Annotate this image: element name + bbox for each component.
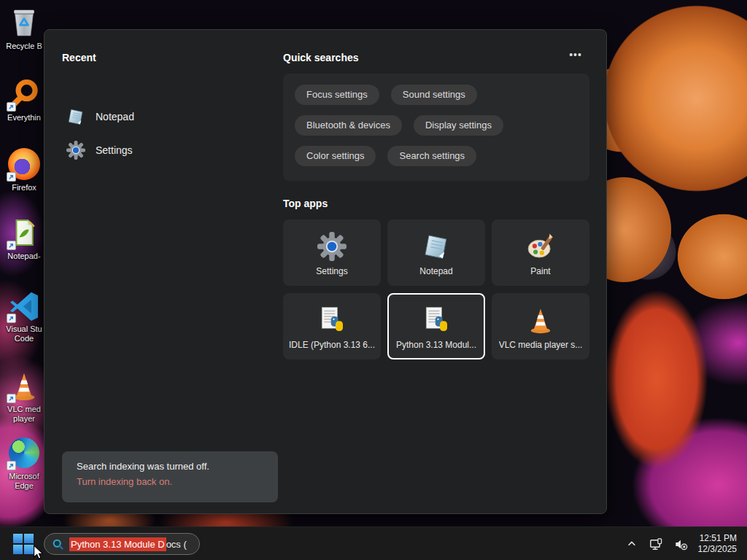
quick-searches-card: Focus settings Sound settings Bluetooth … — [283, 74, 589, 181]
top-apps-title: Top apps — [283, 198, 328, 209]
recent-item-settings[interactable]: Settings — [62, 138, 252, 163]
quick-search-pill[interactable]: Search settings — [387, 146, 476, 166]
shortcut-arrow-icon — [7, 102, 16, 112]
top-app-tile-paint[interactable]: Paint — [492, 219, 589, 286]
recent-item-label: Settings — [96, 144, 133, 156]
start-button[interactable] — [12, 533, 34, 555]
clock-date: 12/3/2025 — [698, 544, 737, 555]
paint-palette-icon — [526, 232, 555, 261]
indexing-notice-text: Search indexing was turned off. — [77, 461, 263, 472]
top-app-label: Paint — [530, 266, 550, 276]
search-flyout-panel: Recent Notepad Settings Quick searches •… — [44, 29, 607, 514]
desktop-icon-label: Firefox — [1, 183, 47, 192]
desktop-icon-label: Recycle B — [1, 42, 47, 51]
microsoft-edge-icon — [7, 436, 41, 470]
windows-logo-icon — [13, 534, 23, 543]
top-app-label: Python 3.13 Modul... — [396, 340, 476, 350]
desktop-icon-microsoft-edge[interactable]: Microsof Edge — [1, 436, 47, 491]
desktop-icon-everything[interactable]: Everythin — [1, 77, 47, 122]
firefox-icon — [7, 147, 41, 181]
recent-section-title: Recent — [62, 52, 96, 63]
volume-muted-icon[interactable] — [673, 536, 689, 552]
search-input-selected-text[interactable]: Python 3.13 Module D — [69, 537, 166, 551]
shortcut-arrow-icon — [7, 461, 16, 470]
python-doc-icon — [422, 306, 451, 335]
search-input-text[interactable]: ocs ( — [166, 539, 187, 550]
network-icon[interactable] — [649, 536, 665, 552]
shortcut-arrow-icon — [7, 172, 16, 182]
desktop-icon-label: VLC med player — [1, 405, 47, 424]
quick-search-pill[interactable]: Color settings — [295, 146, 376, 166]
hidden-icons-chevron[interactable] — [624, 536, 640, 552]
mouse-cursor — [32, 545, 44, 560]
top-apps-grid: Settings Notepad Paint — [283, 219, 589, 359]
clock-time: 12:51 PM — [698, 533, 737, 544]
taskbar-search-box[interactable]: Python 3.13 Module Docs ( — [44, 533, 200, 555]
notepad-icon — [66, 107, 85, 126]
more-options-icon[interactable]: ••• — [565, 49, 586, 63]
shortcut-arrow-icon — [7, 314, 16, 323]
indexing-notice: Search indexing was turned off. Turn ind… — [62, 451, 278, 502]
top-app-tile-notepad[interactable]: Notepad — [387, 219, 485, 286]
top-app-tile-vlc[interactable]: VLC media player s... — [492, 293, 589, 359]
search-icon — [52, 538, 64, 551]
visual-studio-code-icon — [7, 289, 41, 322]
quick-search-pill[interactable]: Bluetooth & devices — [295, 115, 402, 136]
top-app-tile-settings[interactable]: Settings — [283, 219, 381, 286]
quick-searches-title: Quick searches — [283, 52, 359, 63]
gear-icon — [317, 232, 347, 261]
notepad-plus-plus-icon — [7, 216, 41, 249]
top-app-tile-idle-python[interactable]: IDLE (Python 3.13 6... — [283, 293, 381, 359]
desktop-icon-label: Visual Stu Code — [1, 324, 47, 343]
desktop-icon-vlc-media-player[interactable]: VLC med player — [1, 369, 47, 424]
shortcut-arrow-icon — [7, 241, 16, 250]
clock[interactable]: 12:51 PM 12/3/2025 — [698, 533, 737, 555]
top-app-label: VLC media player s... — [499, 340, 583, 350]
desktop-icon-label: Microsof Edge — [1, 472, 47, 491]
desktop-screen: { "desktop": { "icons": [ { "name": "rec… — [0, 0, 747, 560]
desktop-icon-notepad-plus-plus[interactable]: Notepad- — [1, 216, 47, 261]
python-doc-icon — [317, 306, 347, 335]
recent-item-notepad[interactable]: Notepad — [62, 104, 252, 129]
everything-magnifier-icon — [7, 77, 41, 111]
desktop-icon-firefox[interactable]: Firefox — [1, 147, 47, 192]
top-app-label: IDLE (Python 3.13 6... — [289, 340, 375, 350]
top-app-label: Notepad — [419, 266, 452, 276]
quick-search-pill[interactable]: Display settings — [414, 115, 503, 136]
traffic-cone-icon — [7, 369, 41, 402]
top-app-label: Settings — [316, 266, 347, 276]
desktop-icon-visual-studio-code[interactable]: Visual Stu Code — [1, 289, 47, 343]
quick-search-pill[interactable]: Sound settings — [391, 85, 477, 105]
recycle-bin-icon — [7, 6, 41, 39]
desktop-icon-recycle-bin[interactable]: Recycle B — [1, 6, 47, 51]
notepad-icon — [422, 232, 451, 261]
gear-icon — [66, 141, 85, 160]
recent-item-label: Notepad — [96, 111, 134, 122]
turn-indexing-on-link[interactable]: Turn indexing back on. — [77, 476, 263, 487]
system-tray: 12:51 PM 12/3/2025 — [624, 527, 747, 560]
desktop-icon-label: Everythin — [1, 113, 47, 122]
shortcut-arrow-icon — [7, 394, 16, 403]
traffic-cone-icon — [526, 306, 555, 335]
quick-search-pill[interactable]: Focus settings — [295, 85, 379, 105]
top-app-tile-python-module-docs[interactable]: Python 3.13 Modul... — [387, 293, 485, 359]
taskbar: Python 3.13 Module Docs ( 12:51 PM 12/3/… — [0, 526, 747, 560]
desktop-icon-label: Notepad- — [1, 252, 47, 261]
